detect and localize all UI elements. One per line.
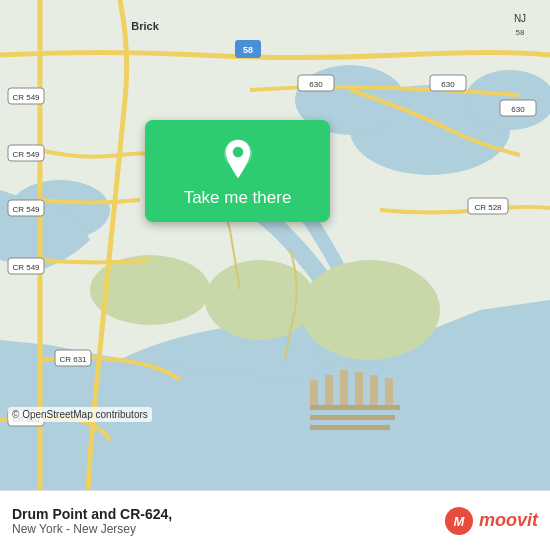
- svg-rect-18: [310, 415, 395, 420]
- svg-text:630: 630: [309, 80, 323, 89]
- svg-point-7: [300, 260, 440, 360]
- svg-text:CR 549: CR 549: [12, 205, 40, 214]
- location-info: Drum Point and CR-624, New York - New Je…: [12, 506, 172, 536]
- svg-text:630: 630: [441, 80, 455, 89]
- svg-text:CR 528: CR 528: [474, 203, 502, 212]
- take-me-there-button[interactable]: Take me there: [145, 120, 330, 222]
- svg-point-8: [205, 260, 315, 340]
- svg-rect-12: [325, 375, 333, 410]
- svg-rect-16: [385, 378, 393, 406]
- svg-rect-15: [370, 375, 378, 407]
- location-pin-icon: [217, 138, 259, 180]
- bottom-bar: Drum Point and CR-624, New York - New Je…: [0, 490, 550, 550]
- moovit-text: moovit: [479, 510, 538, 531]
- svg-text:M: M: [454, 514, 466, 529]
- location-region: New York - New Jersey: [12, 522, 172, 536]
- moovit-icon: M: [443, 505, 475, 537]
- svg-text:CR 631: CR 631: [59, 355, 87, 364]
- svg-text:58: 58: [516, 28, 525, 37]
- map-container: 58 CR 549 CR 549 CR 549 CR 549 630 630 6…: [0, 0, 550, 490]
- svg-text:630: 630: [511, 105, 525, 114]
- svg-rect-17: [310, 405, 400, 410]
- svg-text:CR 549: CR 549: [12, 93, 40, 102]
- button-label: Take me there: [184, 188, 292, 208]
- svg-text:CR 549: CR 549: [12, 150, 40, 159]
- button-overlay: Take me there: [145, 120, 330, 222]
- svg-rect-13: [340, 370, 348, 408]
- svg-rect-19: [310, 425, 390, 430]
- svg-text:Brick: Brick: [131, 20, 159, 32]
- svg-text:NJ: NJ: [514, 13, 526, 24]
- svg-rect-14: [355, 372, 363, 407]
- moovit-logo[interactable]: M moovit: [443, 505, 538, 537]
- map-attribution: © OpenStreetMap contributors: [8, 407, 152, 422]
- svg-text:CR 549: CR 549: [12, 263, 40, 272]
- svg-text:58: 58: [243, 45, 253, 55]
- svg-point-46: [232, 147, 243, 158]
- location-name: Drum Point and CR-624,: [12, 506, 172, 522]
